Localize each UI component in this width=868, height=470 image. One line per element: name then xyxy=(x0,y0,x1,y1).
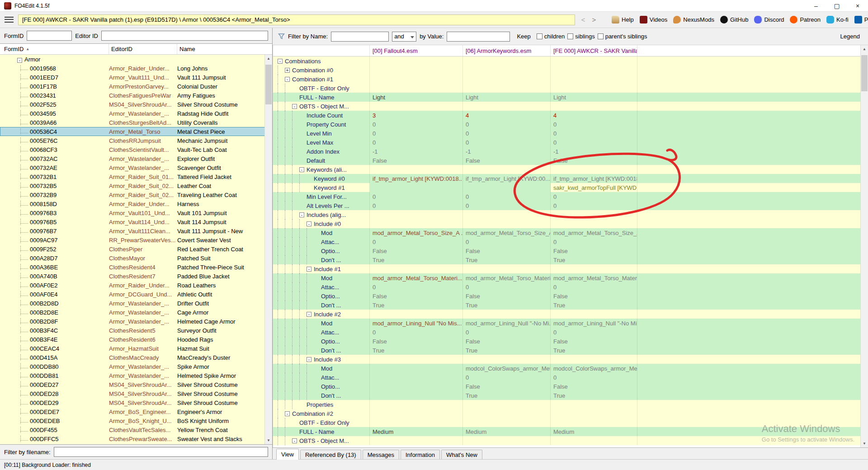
table-row[interactable]: 0008158DArmor_Raider_Under...Harness xyxy=(0,199,272,208)
table-row[interactable]: 000AF0E4Armor_DCGuard_Und...Athletic Out… xyxy=(0,290,272,299)
toolbar-link-github[interactable]: GitHub xyxy=(720,16,748,24)
tab-view[interactable]: View xyxy=(276,449,299,460)
table-row[interactable]: 00034595Armor_Wastelander_...Radstag Hid… xyxy=(0,109,272,118)
table-row[interactable]: 000DED29MS04_SilverShroudAr...Silver Shr… xyxy=(0,398,272,407)
tree-row[interactable]: Don't ...TrueTrueTrue xyxy=(273,301,868,310)
table-row[interactable]: 000976B5Armor_Vault114_Und...Vault 114 J… xyxy=(0,217,272,226)
checkbox-parent-s-siblings[interactable]: parent's siblings xyxy=(598,33,647,40)
table-row[interactable]: 000B2D8EArmor_Wastelander_...Cage Armor xyxy=(0,308,272,317)
table-row[interactable]: 000AF0E2Armor_Raider_Under...Road Leathe… xyxy=(0,281,272,290)
table-row[interactable]: 000DEDE7Armor_BoS_Engineer...Engineer's … xyxy=(0,407,272,416)
tree-row[interactable]: FULL - NameMediumMediumMedium xyxy=(273,427,868,436)
table-row[interactable]: 000732AEArmor_Wastelander_...Scavenger O… xyxy=(0,163,272,172)
tree-row[interactable]: Don't ...TrueTrueTrue xyxy=(273,346,868,355)
column-header-editorid[interactable]: EditorID xyxy=(109,44,177,54)
table-row[interactable]: 000976B3Armor_Vault101_Und...Vault 101 J… xyxy=(0,208,272,217)
table-row[interactable]: 000732B5Armor_Raider_Suit_02...Leather C… xyxy=(0,181,272,190)
tree-row[interactable]: Don't ...TrueTrue xyxy=(273,391,868,400)
tree-row[interactable]: Optio...FalseFalse xyxy=(273,382,868,391)
table-row[interactable]: 000DDB81Armor_Wastelander_...Helmeted Sp… xyxy=(0,371,272,380)
column-header-armorkeywords[interactable]: [06] ArmorKeywords.esm xyxy=(463,45,551,56)
tree-row[interactable]: -Include #1 xyxy=(273,264,868,273)
tree-row[interactable]: Modmodcol_ColorSwaps_armor_Met...modcol_… xyxy=(273,364,868,373)
collapse-toggle[interactable]: - xyxy=(292,104,297,109)
checkbox-children[interactable]: children xyxy=(537,33,565,40)
tree-row[interactable]: Attac...000 xyxy=(273,237,868,246)
table-row[interactable]: 000B2D8DArmor_Wastelander_...Drifter Out… xyxy=(0,299,272,308)
tree-row[interactable]: Modmod_armor_Metal_Torso_Materi...mod_ar… xyxy=(273,273,868,282)
table-row[interactable]: 000A28D7ClothesMayorPatched Suit xyxy=(0,254,272,263)
table-row[interactable]: 000DED28MS04_SilverShroudAr...Silver Shr… xyxy=(0,389,272,398)
column-header-name[interactable]: Name xyxy=(177,44,272,54)
menu-icon[interactable] xyxy=(5,17,14,23)
editorid-input[interactable] xyxy=(101,31,268,41)
tree-row[interactable]: Attac...000 xyxy=(273,328,868,337)
column-header-awkcr-sakr[interactable]: [FE 000] AWKCR - SAKR Vanilla pa... xyxy=(551,45,637,56)
tree-row[interactable]: +Combination #0 xyxy=(273,66,868,75)
table-row[interactable]: 000B3F4EClothesResident6Hooded Rags xyxy=(0,335,272,344)
toolbar-link-kofi[interactable]: Ko-fi xyxy=(826,16,849,24)
table-row[interactable]: 000DDB80Armor_Wastelander_...Spike Armor xyxy=(0,362,272,371)
table-row[interactable]: 00019568Armor_Raider_Under...Long Johns xyxy=(0,64,272,73)
expand-toggle[interactable]: + xyxy=(285,68,290,73)
tab-information[interactable]: Information xyxy=(401,450,440,459)
name-filter-input[interactable] xyxy=(331,32,389,42)
tree-row[interactable]: -Combination #2 xyxy=(273,409,868,418)
tree-row[interactable]: -Include #3 xyxy=(273,355,868,364)
minimize-button[interactable]: – xyxy=(806,0,826,11)
toolbar-link-nexusmods[interactable]: NexusMods xyxy=(673,16,714,24)
value-filter-input[interactable] xyxy=(447,32,510,42)
right-vertical-scrollbar[interactable]: ▲ ▼ xyxy=(860,45,868,447)
table-row[interactable]: 000DFFC5ClothesPrewarSweate...Sweater Ve… xyxy=(0,434,272,443)
scroll-up-icon[interactable]: ▲ xyxy=(265,55,272,62)
toolbar-link-paypal[interactable]: PayPal xyxy=(854,16,868,24)
collapse-toggle[interactable]: - xyxy=(307,221,311,226)
collapse-toggle[interactable]: - xyxy=(307,267,311,272)
tree-root-armor[interactable]: -Armor xyxy=(0,55,272,64)
table-row[interactable]: 000B3F4CClothesResident5Surveyor Outfit xyxy=(0,326,272,335)
table-row[interactable]: 0005E76CClothesRRJumpsuitMechanic Jumpsu… xyxy=(0,136,272,145)
tree-row[interactable]: Modmod_armor_Metal_Torso_Size_A ...mod_a… xyxy=(273,228,868,237)
tree-row[interactable]: -Includes (alig... xyxy=(273,210,868,219)
scrollbar-thumb[interactable] xyxy=(265,65,272,104)
tree-row[interactable]: -Combination #1 xyxy=(273,75,868,84)
table-row[interactable]: 000CEAC4Armor_HazmatSuitHazmat Suit xyxy=(0,344,272,353)
scroll-down-icon[interactable]: ▼ xyxy=(861,440,868,447)
tree-row[interactable]: Attac...000 xyxy=(273,282,868,291)
tree-row[interactable]: -Include #2 xyxy=(273,310,868,319)
nav-forward-button[interactable]: > xyxy=(589,14,599,25)
collapse-toggle[interactable]: - xyxy=(278,59,283,64)
tree-row[interactable]: Addon Index-1-1-1 xyxy=(273,147,868,156)
table-row[interactable]: 000DED27MS04_SilverShroudAr...Silver Shr… xyxy=(0,380,272,389)
tree-row[interactable]: Keyword #0if_tmp_armor_Light [KYWD:0018.… xyxy=(273,174,868,183)
tree-row[interactable]: Level Min000 xyxy=(273,129,868,138)
collapse-toggle[interactable]: - xyxy=(285,411,290,416)
table-row[interactable]: 000DF455ClothesVaultTecSales...Yellow Tr… xyxy=(0,425,272,434)
tree-row[interactable]: Properties xyxy=(273,400,868,409)
column-header-formid[interactable]: FormID ▲ xyxy=(0,44,109,54)
scroll-down-icon[interactable]: ▼ xyxy=(265,437,272,444)
table-row[interactable]: 0001F17BArmorPrestonGarvey...Colonial Du… xyxy=(0,82,272,91)
table-row[interactable]: 000732B1Armor_Raider_Suit_01...Tattered … xyxy=(0,172,272,181)
tree-row[interactable]: Modmod_armor_Lining_Null "No Mis...mod_a… xyxy=(273,319,868,328)
tree-row[interactable]: Level Max000 xyxy=(273,138,868,147)
tree-row[interactable]: Alt Levels Per ...000 xyxy=(273,201,868,210)
tree-row[interactable]: Optio...FalseFalseFalse xyxy=(273,291,868,301)
tree-row[interactable]: -Combinations xyxy=(273,56,868,66)
table-row[interactable]: 000A740BClothesResident7Padded Blue Jack… xyxy=(0,272,272,281)
and-or-select[interactable]: and xyxy=(392,32,416,42)
table-row[interactable]: 000732ACArmor_Wastelander_...Explorer Ou… xyxy=(0,154,272,163)
table-row[interactable]: 0002F525MS04_SilverShroudAr...Silver Shr… xyxy=(0,100,272,109)
tab-what-s-new[interactable]: What's New xyxy=(441,450,482,459)
collapse-toggle[interactable]: - xyxy=(299,167,304,172)
formid-input[interactable] xyxy=(27,31,72,41)
scroll-up-icon[interactable]: ▲ xyxy=(861,45,868,53)
tree-row[interactable]: Don't ...TrueTrueTrue xyxy=(273,255,868,264)
table-row[interactable]: 0009AC97RR_PrewarSweaterVes...Covert Swe… xyxy=(0,235,272,244)
tree-row[interactable]: OBTF - Editor Only xyxy=(273,84,868,93)
toolbar-link-patreon[interactable]: Patreon xyxy=(790,16,821,24)
collapse-toggle[interactable]: - xyxy=(292,438,297,443)
tree-row[interactable]: Include Count344 xyxy=(273,111,868,120)
collapse-toggle[interactable]: - xyxy=(17,58,22,63)
tree-row[interactable]: DefaultFalseFalseFalse xyxy=(273,156,868,165)
